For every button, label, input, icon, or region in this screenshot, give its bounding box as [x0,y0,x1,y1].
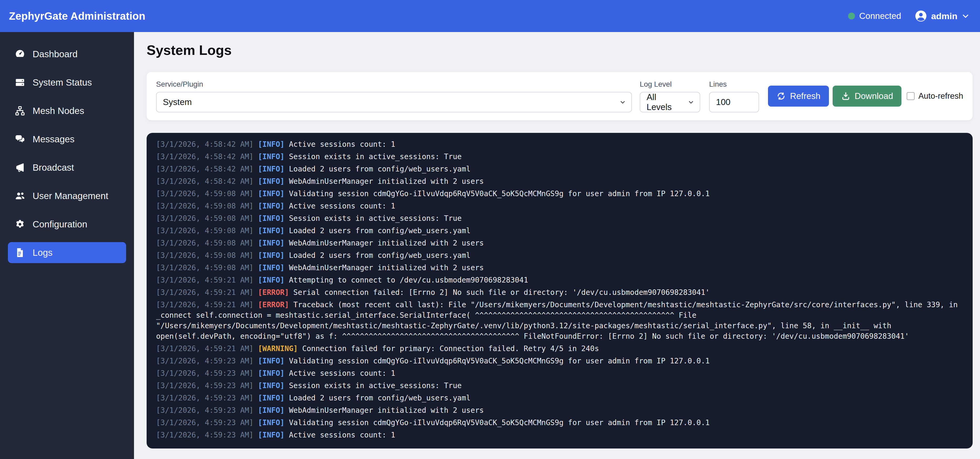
file-text-icon [15,247,25,258]
sidebar-item-label: System Status [33,77,92,88]
sidebar-item-broadcast[interactable]: Broadcast [8,157,126,178]
lines-input[interactable] [709,92,759,113]
log-entry: [3/1/2026, 4:59:08 AM] [INFO] Loaded 2 u… [156,226,963,236]
log-entry: [3/1/2026, 4:59:21 AM] [INFO] Attempting… [156,275,963,286]
user-name: admin [931,11,958,21]
log-entry: [3/1/2026, 4:59:08 AM] [INFO] Validating… [156,189,963,199]
sidebar-item-label: User Management [33,191,108,201]
log-level-label: Log Level [640,80,700,89]
lines-field: Lines [709,80,759,113]
sidebar-item-label: Logs [33,247,52,258]
log-entry: [3/1/2026, 4:59:23 AM] [INFO] Validating… [156,356,963,366]
log-entry: [3/1/2026, 4:59:08 AM] [INFO] WebAdminUs… [156,238,963,248]
sidebar-item-label: Configuration [33,219,87,230]
log-entry: [3/1/2026, 4:58:42 AM] [INFO] Active ses… [156,139,963,150]
server-icon [15,77,25,88]
log-entry: [3/1/2026, 4:59:08 AM] [INFO] Active ses… [156,201,963,211]
sidebar-item-dashboard[interactable]: Dashboard [8,44,126,65]
log-entry: [3/1/2026, 4:59:23 AM] [INFO] Active ses… [156,430,963,440]
log-entry: [3/1/2026, 4:59:23 AM] [INFO] Session ex… [156,381,963,391]
main-content: System Logs Service/Plugin System Log Le… [134,32,980,459]
log-level-select-value: All Levels [647,92,683,112]
sidebar-item-label: Mesh Nodes [33,106,84,116]
service-select-value: System [163,97,192,107]
app-title: ZephyrGate Administration [9,10,145,22]
log-viewer[interactable]: [3/1/2026, 4:58:42 AM] [INFO] Active ses… [146,133,973,448]
gauge-icon [15,49,25,59]
sidebar: DashboardSystem StatusMesh NodesMessages… [0,32,134,459]
log-entry: [3/1/2026, 4:59:23 AM] [INFO] Loaded 2 u… [156,393,963,403]
service-field: Service/Plugin System [156,80,632,113]
user-avatar-icon [915,10,927,22]
log-entry: [3/1/2026, 4:59:21 AM] [ERROR] Serial co… [156,287,963,298]
people-icon [15,191,25,201]
network-icon [15,106,25,116]
gear-icon [15,219,25,230]
sidebar-item-label: Dashboard [33,49,78,59]
log-entry: [3/1/2026, 4:58:42 AM] [INFO] Session ex… [156,151,963,162]
download-button-label: Download [855,91,893,101]
log-entry: [3/1/2026, 4:59:23 AM] [INFO] Active ses… [156,368,963,379]
chat-icon [15,134,25,145]
chevron-down-icon [619,99,626,106]
log-entry: [3/1/2026, 4:59:23 AM] [INFO] WebAdminUs… [156,405,963,416]
refresh-button[interactable]: Refresh [768,86,829,106]
log-entry: [3/1/2026, 4:59:23 AM] [INFO] Validating… [156,418,963,428]
auto-refresh-control: Auto-refresh [907,91,963,101]
log-filter-card: Service/Plugin System Log Level All Leve… [146,72,973,120]
user-menu[interactable]: admin [915,10,969,22]
sidebar-item-configuration[interactable]: Configuration [8,214,126,235]
connection-status: Connected [848,11,901,21]
log-entry: [3/1/2026, 4:58:42 AM] [INFO] WebAdminUs… [156,176,963,187]
log-entry: [3/1/2026, 4:59:08 AM] [INFO] Loaded 2 u… [156,250,963,261]
connection-status-label: Connected [859,11,901,21]
chevron-down-icon [962,12,969,20]
sidebar-item-logs[interactable]: Logs [8,242,126,263]
sidebar-item-label: Messages [33,134,75,145]
chevron-down-icon [687,99,694,106]
sidebar-item-messages[interactable]: Messages [8,129,126,150]
lines-label: Lines [709,80,759,89]
refresh-button-label: Refresh [790,91,821,101]
header-right: Connected admin [848,10,969,22]
log-entry: [3/1/2026, 4:59:08 AM] [INFO] Session ex… [156,213,963,224]
sidebar-item-mesh-nodes[interactable]: Mesh Nodes [8,100,126,121]
sidebar-item-user-management[interactable]: User Management [8,185,126,206]
service-select[interactable]: System [156,92,632,113]
log-level-select[interactable]: All Levels [640,92,700,113]
service-label: Service/Plugin [156,80,632,89]
page-title: System Logs [146,42,972,58]
connection-status-dot [848,13,855,19]
log-entry: [3/1/2026, 4:59:21 AM] [ERROR] Traceback… [156,300,963,341]
auto-refresh-label: Auto-refresh [918,91,963,101]
sidebar-item-system-status[interactable]: System Status [8,72,126,93]
sidebar-item-label: Broadcast [33,162,74,173]
download-button[interactable]: Download [833,86,902,106]
log-entry: [3/1/2026, 4:59:21 AM] [WARNING] Connect… [156,343,963,354]
auto-refresh-checkbox[interactable] [907,92,915,100]
log-entry: [3/1/2026, 4:58:42 AM] [INFO] Loaded 2 u… [156,164,963,174]
app-header: ZephyrGate Administration Connected admi… [0,0,980,32]
download-icon [841,91,851,101]
log-entry: [3/1/2026, 4:59:08 AM] [INFO] WebAdminUs… [156,263,963,273]
megaphone-icon [15,162,25,173]
refresh-icon [776,91,786,101]
log-level-field: Log Level All Levels [640,80,700,113]
